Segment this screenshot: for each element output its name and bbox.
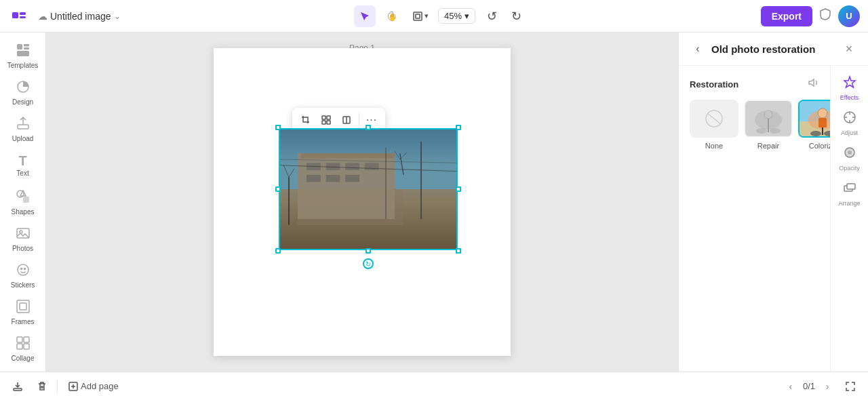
effects-label: Effects xyxy=(840,94,859,101)
svg-rect-27 xyxy=(327,116,330,119)
sidebar-item-templates[interactable]: Templates xyxy=(4,38,42,73)
upload-icon xyxy=(16,116,31,133)
app-logo[interactable] xyxy=(8,5,30,27)
svg-point-57 xyxy=(764,111,772,119)
design-icon xyxy=(16,79,31,96)
svg-rect-8 xyxy=(24,47,29,49)
flip-button[interactable] xyxy=(337,111,356,129)
stickers-icon xyxy=(16,262,31,279)
sidebar-item-label: Templates xyxy=(7,62,39,69)
svg-rect-4 xyxy=(414,12,422,20)
handle-top-left[interactable] xyxy=(275,125,281,130)
page-prev-button[interactable]: ‹ xyxy=(783,378,799,395)
zoom-chevron-icon: ▾ xyxy=(465,11,469,21)
title-chevron-icon[interactable]: ⌄ xyxy=(114,12,121,21)
handle-middle-left[interactable] xyxy=(275,186,281,192)
avatar[interactable]: U xyxy=(838,5,860,27)
main-layout: Templates Design Upload T Text xyxy=(0,33,868,372)
restoration-option-colorize[interactable]: Colorize xyxy=(798,100,830,150)
sidebar-item-upload[interactable]: Upload xyxy=(4,111,42,146)
handle-bottom-right[interactable] xyxy=(456,248,461,254)
panel-header: ‹ Old photo restoration × xyxy=(679,33,868,66)
svg-rect-28 xyxy=(322,121,326,124)
svg-rect-23 xyxy=(24,337,29,342)
panel-sub-sidebar: Effects Adjust xyxy=(830,66,868,372)
select-tool-button[interactable] xyxy=(354,5,376,27)
restoration-option-none[interactable]: None xyxy=(690,100,738,150)
svg-rect-25 xyxy=(24,344,29,349)
arrange-label: Arrange xyxy=(838,200,860,207)
effects-icon xyxy=(843,75,856,92)
sidebar-item-label: Shapes xyxy=(12,208,35,216)
handle-middle-right[interactable] xyxy=(456,186,461,192)
speaker-icon[interactable] xyxy=(807,77,819,92)
sub-sidebar-arrange[interactable]: Arrange xyxy=(833,177,867,211)
sidebar-item-frames[interactable]: Frames xyxy=(4,294,42,329)
sidebar-item-stickers[interactable]: Stickers xyxy=(4,258,42,293)
zoom-level-label: 45% xyxy=(444,11,462,21)
sub-sidebar-adjust[interactable]: Adjust xyxy=(833,106,867,140)
adjust-label: Adjust xyxy=(841,129,858,136)
center-toolbar: ✋ ▾ 45% ▾ ↺ ↻ xyxy=(126,5,755,27)
toolbar-divider xyxy=(359,113,359,127)
svg-rect-52 xyxy=(280,129,456,249)
sidebar-item-design[interactable]: Design xyxy=(4,75,42,110)
frames-icon xyxy=(16,299,31,316)
svg-rect-11 xyxy=(18,125,28,129)
handle-bottom-left[interactable] xyxy=(275,248,281,254)
sidebar-item-label: Photos xyxy=(12,245,33,252)
topbar: ☁ Untitled image ⌄ ✋ ▾ 45% ▾ xyxy=(0,0,868,33)
sidebar-item-photos[interactable]: Photos xyxy=(4,221,42,256)
expand-button[interactable] xyxy=(841,377,860,396)
sub-sidebar-effects[interactable]: Effects xyxy=(833,71,867,105)
sidebar-item-text[interactable]: T Text xyxy=(4,148,42,183)
sidebar-item-shapes[interactable]: Shapes xyxy=(4,184,42,220)
export-button[interactable]: Export xyxy=(761,6,812,26)
sidebar-item-label: Design xyxy=(12,98,33,106)
redo-button[interactable]: ↻ xyxy=(505,5,527,27)
repair-thumb-inner xyxy=(745,101,791,136)
svg-rect-74 xyxy=(847,184,855,189)
page-next-button[interactable]: › xyxy=(819,378,835,395)
delete-button[interactable] xyxy=(33,377,52,396)
zoom-control[interactable]: 45% ▾ xyxy=(438,8,475,24)
svg-line-54 xyxy=(707,113,721,124)
panel-back-button[interactable]: ‹ xyxy=(690,41,706,57)
canvas-page[interactable]: ··· xyxy=(214,48,511,356)
sidebar-item-label: Frames xyxy=(12,318,35,325)
arrange-icon xyxy=(843,181,856,198)
smart-crop-button[interactable] xyxy=(317,111,336,129)
restoration-option-repair[interactable]: Repair xyxy=(744,100,793,150)
svg-point-67 xyxy=(810,131,821,136)
sidebar-item-collage[interactable]: Collage xyxy=(4,331,42,366)
download-button[interactable] xyxy=(8,377,27,396)
svg-rect-20 xyxy=(17,300,29,313)
undo-redo-group: ↺ ↻ xyxy=(481,5,527,27)
repair-thumb xyxy=(744,100,793,138)
selected-image-wrapper[interactable]: ↻ xyxy=(279,128,458,250)
collage-icon xyxy=(16,336,31,353)
svg-rect-13 xyxy=(23,197,29,203)
right-panel: ‹ Old photo restoration × Restoration xyxy=(678,33,868,372)
svg-point-60 xyxy=(770,128,781,134)
hand-tool-button[interactable]: ✋ xyxy=(381,5,403,27)
add-page-label: Add page xyxy=(81,381,119,391)
sub-sidebar-opacity[interactable]: Opacity xyxy=(833,142,867,176)
panel-close-button[interactable]: × xyxy=(841,41,857,57)
panel-main-content: Restoration xyxy=(679,66,830,372)
shield-icon[interactable] xyxy=(818,7,833,25)
crop-button[interactable] xyxy=(296,111,315,129)
colorize-thumb xyxy=(798,100,830,138)
svg-point-64 xyxy=(818,108,827,118)
section-restoration-title: Restoration xyxy=(690,77,819,92)
rotate-handle[interactable]: ↻ xyxy=(363,258,374,269)
undo-button[interactable]: ↺ xyxy=(481,5,502,27)
svg-rect-24 xyxy=(17,344,22,349)
handle-top-right[interactable] xyxy=(456,125,461,130)
handle-top-middle[interactable] xyxy=(366,125,371,130)
handle-bottom-middle[interactable] xyxy=(366,248,371,254)
document-title[interactable]: Untitled image xyxy=(50,11,111,22)
add-page-button[interactable]: Add page xyxy=(63,378,124,394)
svg-rect-22 xyxy=(17,337,22,342)
frame-dropdown-button[interactable]: ▾ xyxy=(408,5,433,27)
